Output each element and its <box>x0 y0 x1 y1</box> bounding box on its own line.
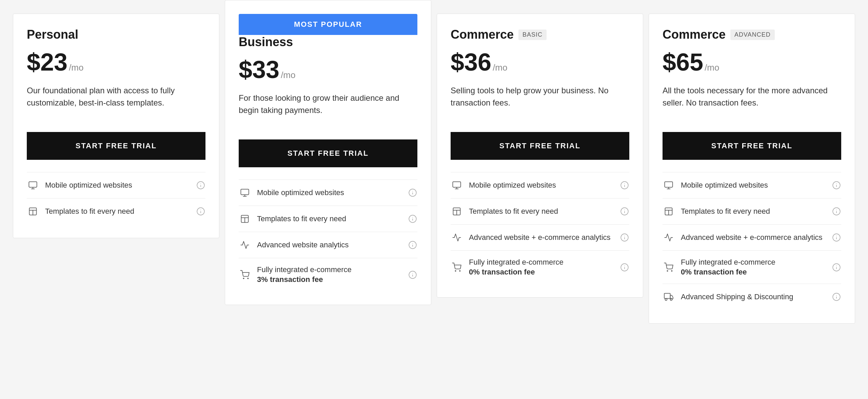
plan-badge: ADVANCED <box>730 30 775 40</box>
svg-rect-52 <box>665 182 672 187</box>
feature-text: Templates to fit every need <box>469 207 558 216</box>
cta-button[interactable]: START FREE TRIAL <box>451 132 629 160</box>
svg-rect-72 <box>664 293 670 299</box>
price-amount: $36 <box>451 50 491 74</box>
feature-item: Fully integrated e-commerce 3% transacti… <box>239 258 417 291</box>
feature-left: Fully integrated e-commerce 0% transacti… <box>451 258 564 277</box>
plan-name: Commerce <box>451 27 514 42</box>
plan-price: $33 /mo <box>239 57 417 82</box>
info-icon[interactable] <box>408 240 417 250</box>
feature-text: Mobile optimized websites <box>257 188 344 198</box>
plan-title-row: Commerce BASIC <box>451 27 629 42</box>
feature-item: Templates to fit every need <box>27 198 205 224</box>
feature-subtext: 3% transaction fee <box>257 275 352 285</box>
feature-text: Advanced website + e-commerce analytics <box>681 233 823 243</box>
info-icon[interactable] <box>408 214 417 224</box>
layout-icon <box>663 205 675 217</box>
svg-point-48 <box>459 270 460 271</box>
plan-title-row: Personal <box>27 27 205 42</box>
feature-left: Advanced website + e-commerce analytics <box>451 231 611 244</box>
feature-text: Templates to fit every need <box>257 214 346 224</box>
info-icon[interactable] <box>832 263 841 272</box>
price-period: /mo <box>281 70 295 80</box>
popular-badge: MOST POPULAR <box>239 14 417 35</box>
price-period: /mo <box>493 62 507 73</box>
monitor-icon <box>663 179 675 191</box>
info-icon[interactable] <box>408 270 417 280</box>
feature-item: Templates to fit every need <box>239 206 417 232</box>
cta-button[interactable]: START FREE TRIAL <box>663 132 841 160</box>
layout-icon <box>27 205 39 217</box>
feature-left: Fully integrated e-commerce 3% transacti… <box>239 265 352 284</box>
price-amount: $65 <box>663 50 703 74</box>
info-icon[interactable] <box>832 207 841 216</box>
info-icon[interactable] <box>196 180 205 190</box>
feature-left: Advanced Shipping & Discounting <box>663 291 793 303</box>
info-icon[interactable] <box>832 292 841 302</box>
feature-text: Mobile optimized websites <box>45 180 132 190</box>
feature-item: Fully integrated e-commerce 0% transacti… <box>451 250 629 284</box>
plan-column-business: MOST POPULAR Business $33 /mo For those … <box>225 0 431 305</box>
info-icon[interactable] <box>832 233 841 242</box>
feature-subtext: 0% transaction fee <box>469 267 564 277</box>
plan-column-commerce-advanced: Commerce ADVANCED $65 /mo All the tools … <box>649 14 855 324</box>
shipping-icon <box>663 291 675 303</box>
feature-item: Mobile optimized websites <box>663 172 841 198</box>
feature-item: Mobile optimized websites <box>27 172 205 198</box>
feature-text: Templates to fit every need <box>45 207 134 216</box>
feature-item: Advanced website + e-commerce analytics <box>663 224 841 250</box>
features-list: Mobile optimized websites Templates to f… <box>239 179 417 291</box>
plan-name: Business <box>239 35 293 49</box>
feature-item: Advanced website analytics <box>239 232 417 258</box>
feature-left: Mobile optimized websites <box>451 179 556 191</box>
plan-description: For those looking to grow their audience… <box>239 92 417 129</box>
cart-icon <box>451 261 463 273</box>
analytics-icon <box>239 239 251 251</box>
feature-subtext: 0% transaction fee <box>681 267 775 277</box>
feature-item: Fully integrated e-commerce 0% transacti… <box>663 250 841 284</box>
cta-button[interactable]: START FREE TRIAL <box>239 139 417 167</box>
feature-text: Advanced website + e-commerce analytics <box>469 233 611 243</box>
plan-badge: BASIC <box>518 30 547 40</box>
plan-description: All the tools necessary for the more adv… <box>663 84 841 122</box>
plan-column-commerce-basic: Commerce BASIC $36 /mo Selling tools to … <box>437 14 643 298</box>
feature-left: Advanced website analytics <box>239 239 349 251</box>
info-icon[interactable] <box>620 180 629 190</box>
layout-icon <box>451 205 463 217</box>
info-icon[interactable] <box>620 263 629 272</box>
info-icon[interactable] <box>196 207 205 216</box>
price-amount: $33 <box>239 57 279 82</box>
feature-left: Templates to fit every need <box>451 205 558 217</box>
monitor-icon <box>27 179 39 191</box>
features-list: Mobile optimized websites Templates to f… <box>663 172 841 310</box>
plan-column-personal: Personal $23 /mo Our foundational plan w… <box>13 14 219 238</box>
svg-point-67 <box>667 270 668 271</box>
feature-left: Mobile optimized websites <box>239 187 344 199</box>
info-icon[interactable] <box>620 233 629 242</box>
feature-left: Templates to fit every need <box>663 205 770 217</box>
features-list: Mobile optimized websites Templates to f… <box>451 172 629 284</box>
svg-rect-12 <box>241 189 249 195</box>
price-period: /mo <box>69 62 83 73</box>
feature-text: Advanced website analytics <box>257 240 349 250</box>
info-icon[interactable] <box>832 180 841 190</box>
cta-button[interactable]: START FREE TRIAL <box>27 132 205 160</box>
feature-item: Advanced Shipping & Discounting <box>663 284 841 310</box>
svg-point-68 <box>671 270 672 271</box>
feature-left: Advanced website + e-commerce analytics <box>663 231 823 244</box>
plan-title-row: Business <box>239 35 417 49</box>
plan-description: Our foundational plan with access to ful… <box>27 84 205 122</box>
feature-text: Mobile optimized websites <box>681 180 768 190</box>
feature-item: Mobile optimized websites <box>451 172 629 198</box>
svg-point-28 <box>248 278 248 279</box>
feature-text: Templates to fit every need <box>681 207 770 216</box>
layout-icon <box>239 213 251 225</box>
feature-text: Advanced Shipping & Discounting <box>681 292 793 302</box>
feature-item: Mobile optimized websites <box>239 179 417 206</box>
svg-rect-32 <box>453 182 460 187</box>
plan-description: Selling tools to help grow your business… <box>451 84 629 122</box>
analytics-icon <box>663 231 675 244</box>
feature-left: Templates to fit every need <box>27 205 134 217</box>
info-icon[interactable] <box>620 207 629 216</box>
info-icon[interactable] <box>408 188 417 197</box>
